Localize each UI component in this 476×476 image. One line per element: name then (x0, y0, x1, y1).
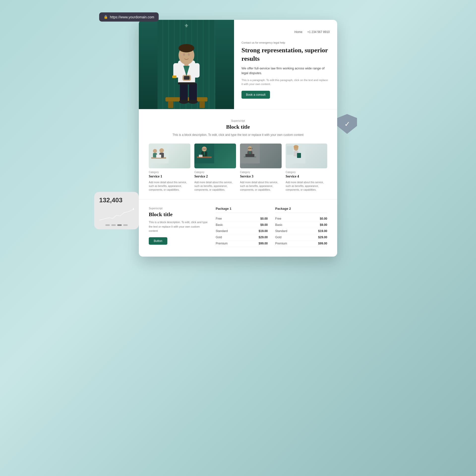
hero-title: Strong representation, superior results (241, 46, 330, 63)
svg-rect-13 (168, 101, 173, 108)
tier-label: Gold (216, 236, 222, 239)
pricing-row: Gold $29.00 (216, 234, 268, 240)
pricing-row: Standard $19.00 (275, 228, 327, 234)
package-2-name: Package 2 (275, 207, 327, 213)
pricing-row: Free $0.00 (275, 216, 327, 222)
url-text: https://www.yourdomain.com (110, 15, 154, 19)
svg-rect-2 (158, 20, 162, 109)
pricing-title: Block title (149, 211, 208, 218)
service-image-1 (149, 144, 190, 168)
tier-price: $9.00 (320, 223, 327, 227)
service-3-category: Category (240, 171, 282, 174)
svg-rect-23 (184, 76, 189, 80)
svg-rect-15 (180, 83, 188, 101)
stats-dot (105, 224, 110, 226)
services-section: Superscript Block title This is a block … (139, 109, 337, 199)
pricing-description: This is a block description. To edit, cl… (149, 220, 208, 233)
svg-rect-21 (193, 63, 199, 78)
service-3-desc: Add more detail about this service, such… (240, 180, 282, 192)
url-bar: 🔒 https://www.yourdomain.com (99, 12, 159, 22)
svg-point-17 (179, 100, 188, 104)
services-superscript: Superscript (149, 119, 327, 122)
service-2-desc: Add more detail about this service, such… (194, 180, 236, 192)
hero-person-image (139, 20, 234, 109)
stats-number: 132,403 (99, 196, 134, 204)
tier-price: $9.00 (260, 223, 268, 227)
service-image-4 (286, 144, 327, 168)
pricing-row: Basic $9.00 (275, 222, 327, 228)
svg-rect-37 (156, 155, 161, 158)
nav-bar: Home +1 234 567 8910 (241, 30, 330, 34)
pricing-row: Premium $99.00 (275, 240, 327, 247)
svg-rect-61 (287, 146, 293, 155)
tier-label: Premium (216, 242, 228, 245)
svg-point-25 (178, 44, 194, 52)
service-card-3: Category Service 3 Add more detail about… (240, 144, 282, 192)
pricing-left: Superscript Block title This is a block … (149, 207, 208, 247)
svg-point-18 (188, 100, 198, 104)
pricing-row: Basic $9.00 (216, 222, 268, 228)
book-consult-button[interactable]: Book a consult (241, 91, 270, 99)
hero-content: Home +1 234 567 8910 Contact us for emer… (234, 20, 337, 109)
nav-phone: +1 234 567 8910 (307, 30, 330, 34)
svg-rect-50 (245, 154, 254, 157)
service-4-name: Service 4 (286, 175, 327, 178)
service-card-2: Category Service 2 Add more detail about… (194, 144, 236, 192)
svg-rect-45 (199, 155, 203, 157)
pricing-button[interactable]: Button (149, 237, 167, 245)
services-grid: Category Service 1 Add more detail about… (149, 144, 327, 192)
stats-widget: 132,403 (94, 192, 139, 229)
stats-dots (99, 224, 134, 226)
stats-dot (123, 224, 128, 226)
svg-rect-29 (178, 82, 195, 84)
svg-rect-10 (204, 20, 208, 109)
pricing-row: Premium $99.00 (216, 240, 268, 247)
service-3-name: Service 3 (240, 175, 282, 178)
services-description: This is a block description. To edit, cl… (149, 133, 327, 137)
service-2-category: Category (194, 171, 236, 174)
shield-widget: ✓ (337, 114, 357, 134)
tier-price: $0.00 (320, 217, 327, 220)
svg-point-27 (188, 53, 190, 56)
stats-dot (111, 224, 116, 226)
tier-label: Standard (216, 229, 228, 233)
svg-rect-31 (149, 144, 169, 163)
pricing-row: Gold $29.00 (275, 234, 327, 240)
service-card-4: Category Service 4 Add more detail about… (286, 144, 327, 192)
svg-rect-16 (189, 83, 197, 101)
service-4-desc: Add more detail about this service, such… (286, 180, 327, 192)
pricing-package-2: Package 2 Free $0.00 Basic $9.00 Standar… (275, 207, 327, 247)
pricing-section: Superscript Block title This is a block … (139, 199, 337, 257)
service-1-desc: Add more detail about this service, such… (149, 180, 190, 192)
svg-rect-11 (209, 20, 214, 109)
hero-image: ⚜ (139, 20, 234, 109)
svg-point-56 (294, 145, 298, 149)
tier-label: Standard (275, 229, 287, 233)
nav-home[interactable]: Home (295, 30, 302, 34)
svg-rect-14 (200, 101, 205, 108)
hero-paragraph: This is a paragraph. To edit this paragr… (241, 78, 330, 86)
service-4-category: Category (286, 171, 327, 174)
tier-label: Gold (275, 236, 281, 239)
browser-window: ⚜ (139, 20, 337, 257)
tier-price: $19.00 (259, 229, 268, 233)
service-2-name: Service 2 (194, 175, 236, 178)
brand-logo: ⚜ (184, 23, 189, 29)
tier-price: $99.00 (318, 242, 327, 245)
pricing-row: Standard $19.00 (216, 228, 268, 234)
service-image-3 (240, 144, 282, 168)
svg-rect-59 (297, 153, 301, 158)
tier-label: Free (216, 217, 222, 220)
service-card-1: Category Service 1 Add more detail about… (149, 144, 190, 192)
services-title: Block title (149, 124, 327, 130)
hero-subtitle: We offer full-service law firm working a… (241, 66, 330, 76)
svg-point-33 (153, 149, 157, 153)
tier-label: Premium (275, 242, 287, 245)
svg-rect-4 (169, 20, 174, 109)
package-1-name: Package 1 (216, 207, 268, 213)
svg-point-26 (183, 53, 185, 56)
tier-price: $29.00 (259, 236, 268, 239)
tier-price: $19.00 (318, 229, 327, 233)
stats-dot-active (117, 224, 122, 226)
stats-chart (99, 207, 134, 221)
